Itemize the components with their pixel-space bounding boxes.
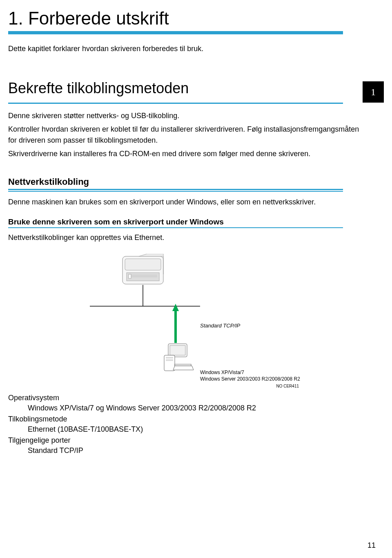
def-val-os: Windows XP/Vista/7 og Windows Server 200… [28, 404, 376, 412]
section-heading: Bekrefte tilkoblingsmetoden [8, 80, 189, 97]
svg-rect-16 [175, 364, 191, 366]
body-text: Skriverdriverne kan installeres fra CD-R… [8, 148, 368, 159]
section-rule [8, 103, 343, 104]
intro-text: Dette kapitlet forklarer hvordan skriver… [8, 43, 368, 54]
printer-icon [122, 254, 163, 284]
sub-subsection-rule [8, 227, 343, 228]
svg-rect-1 [125, 259, 161, 270]
chapter-badge: 1 [363, 81, 384, 103]
svg-rect-14 [166, 357, 173, 359]
page-number: 11 [368, 541, 376, 550]
svg-marker-10 [172, 304, 179, 311]
def-term-os: Operativsystem [8, 394, 376, 402]
diagram-tcpip-label: Standard TCP/IP [200, 323, 240, 329]
title-rule [8, 31, 343, 34]
page-title: 1. Forberede utskrift [8, 8, 376, 29]
def-val-ports: Standard TCP/IP [28, 446, 376, 455]
subsection-rule [8, 189, 343, 192]
body-text: Nettverkstilkoblinger kan opprettes via … [8, 232, 368, 243]
def-term-method: Tilkoblingsmetode [8, 415, 376, 424]
def-term-ports: Tilgjengelige porter [8, 436, 376, 445]
subsection-heading: Nettverkstilkobling [8, 177, 376, 187]
computer-icon [164, 344, 194, 371]
def-val-method: Ethernet (10BASE-T/100BASE-TX) [28, 425, 376, 434]
network-diagram: Standard TCP/IP Windows XP/Vista/7 Windo… [82, 254, 302, 389]
diagram-code-label: NO CER411 [276, 384, 299, 388]
sub-subsection-heading: Bruke denne skriveren som en skriverport… [8, 217, 376, 226]
body-text: Denne maskinen kan brukes som en skriver… [8, 197, 368, 208]
body-text: Denne skriveren støtter nettverks- og US… [8, 110, 368, 121]
diagram-os-label: Windows XP/Vista/7 Windows Server 2003/2… [200, 370, 300, 382]
svg-rect-15 [166, 359, 173, 361]
body-text: Kontroller hvordan skriveren er koblet t… [8, 124, 368, 146]
svg-rect-12 [170, 345, 185, 355]
